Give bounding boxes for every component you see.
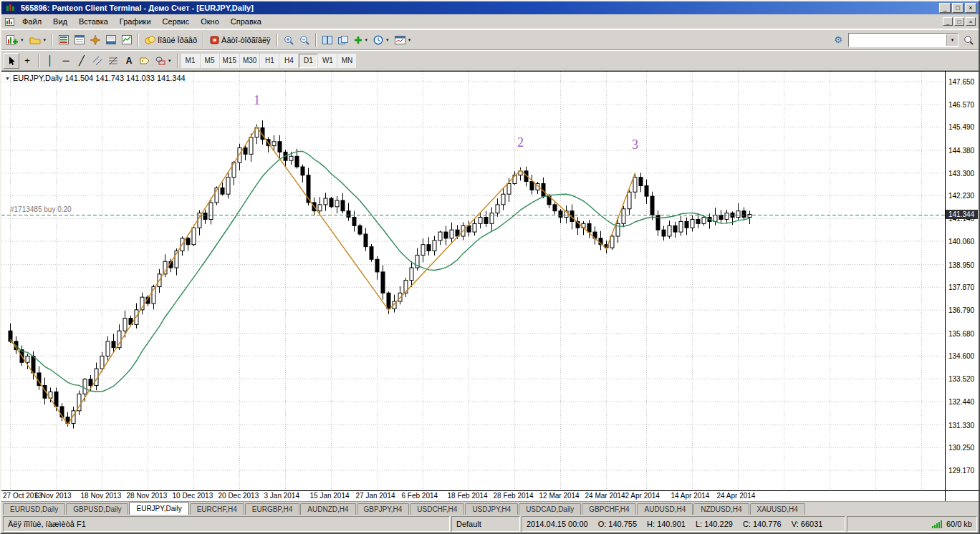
price-tick: 133.520 — [948, 375, 974, 383]
timeframe-button-h4[interactable]: H4 — [279, 54, 298, 68]
search-dropdown-button[interactable]: ▾ — [946, 34, 958, 46]
title-bar[interactable]: 565896: Panteon Client Terminal - Демо С… — [1, 1, 979, 14]
maximize-button[interactable]: □ — [952, 3, 964, 13]
child-restore-button[interactable]: □ — [954, 17, 964, 26]
menu-item-5[interactable]: Окно — [195, 16, 225, 27]
window-title: 565896: Panteon Client Terminal - Демо С… — [21, 4, 254, 12]
timeframe-button-m1[interactable]: M1 — [181, 54, 200, 68]
minimize-icon: _ — [943, 4, 946, 11]
menu-item-2[interactable]: Вставка — [73, 16, 114, 27]
app-window: 565896: Panteon Client Terminal - Демо С… — [0, 0, 980, 534]
zoom-out-button[interactable] — [297, 32, 312, 48]
trendline-icon: ╱ — [79, 56, 85, 65]
date-tick: 24 Apr 2014 — [717, 492, 756, 500]
data-window-button[interactable] — [72, 32, 87, 48]
profiles-button[interactable]: ▾ — [27, 32, 49, 48]
horizontal-line-button[interactable]: ─ — [58, 53, 74, 69]
traffic-counter: 60/0 kb — [946, 520, 972, 528]
menu-item-3[interactable]: Графики — [114, 16, 157, 27]
timeframe-button-h1[interactable]: H1 — [260, 54, 279, 68]
autotrading-button[interactable]: Àâòî-òîðãîâëÿ — [207, 32, 274, 48]
chart-tab-eurusd-daily[interactable]: EURUSD,Daily — [3, 503, 65, 515]
bar-high: H: 140.901 — [647, 520, 686, 528]
zoom-in-button[interactable] — [281, 32, 297, 48]
status-help-text: Äëÿ ïîìîùè, íàæìèòå F1 — [8, 520, 86, 528]
menu-item-4[interactable]: Сервис — [157, 16, 196, 27]
chart-tab-eurgbp-h4[interactable]: EURGBP,H4 — [245, 503, 300, 515]
indicators-button[interactable]: ▾ — [351, 32, 371, 48]
chart-plot-area[interactable]: ▼ EURJPY,Daily 141.504 141.743 141.033 1… — [1, 72, 945, 490]
new-order-button[interactable]: Íîâûé Îðäåð — [142, 32, 200, 48]
market-watch-button[interactable] — [56, 32, 72, 48]
settings-button[interactable]: ⚙ — [830, 32, 846, 48]
menu-item-6[interactable]: Справка — [225, 16, 267, 27]
chart-tab-eurjpy-daily[interactable]: EURJPY,Daily — [129, 502, 188, 515]
strategy-tester-button[interactable] — [119, 32, 135, 48]
date-tick: 28 Nov 2013 — [127, 492, 168, 500]
text-button[interactable]: A — [121, 53, 137, 69]
chart-tab-gbpchf-h4[interactable]: GBPCHF,H4 — [582, 503, 636, 515]
chart-window: ▼ EURJPY,Daily 141.504 141.743 141.033 1… — [1, 71, 979, 501]
date-tick: 14 Apr 2014 — [671, 492, 710, 500]
tile-windows-icon — [322, 36, 332, 44]
chart-tab-gbpjpy-h4[interactable]: GBPJPY,H4 — [357, 503, 410, 515]
crosshair-button[interactable]: + — [19, 53, 35, 69]
profile-panel[interactable]: Default — [451, 516, 520, 532]
chart-tab-gbpusd-daily[interactable]: GBPUSD,Daily — [66, 503, 128, 515]
chart-tab-usdchf-h4[interactable]: USDCHF,H4 — [410, 503, 464, 515]
timeframe-button-m5[interactable]: M5 — [201, 54, 219, 68]
app-icon — [6, 4, 16, 12]
cascade-windows-button[interactable] — [335, 32, 351, 48]
fibonacci-button[interactable] — [105, 53, 121, 69]
search-combobox[interactable]: ▾ — [848, 33, 959, 47]
connection-panel[interactable]: 60/0 kb — [847, 516, 977, 532]
child-close-button[interactable]: × — [966, 17, 976, 26]
tile-windows-button[interactable] — [320, 32, 335, 48]
timeframe-button-m30[interactable]: M30 — [240, 54, 259, 68]
chart-tab-eurchf-h4[interactable]: EURCHF,H4 — [190, 503, 244, 515]
order-label: #1713485 buy 0.20 — [10, 205, 72, 213]
toolbar-separator — [315, 33, 317, 47]
new-chart-button[interactable]: ▾ — [4, 32, 27, 48]
arrows-shapes-button[interactable]: ▾ — [153, 53, 174, 69]
strategy-tester-icon — [122, 35, 132, 44]
timeframe-button-d1[interactable]: D1 — [299, 54, 317, 68]
maximize-icon: □ — [956, 4, 959, 11]
chart-tab-nzdusd-h4[interactable]: NZDUSD,H4 — [693, 503, 749, 515]
vertical-line-button[interactable]: │ — [42, 53, 58, 69]
price-tick: 136.790 — [948, 306, 974, 314]
minimize-button[interactable]: _ — [939, 3, 951, 13]
close-button[interactable]: × — [965, 3, 976, 13]
timeframe-button-m15[interactable]: M15 — [220, 54, 239, 68]
chart-tab-audusd-h4[interactable]: AUDUSD,H4 — [637, 503, 693, 515]
candlestick-chart: #1713485 buy 0.20123 — [1, 72, 945, 490]
timeframe-button-mn[interactable]: MN — [337, 54, 356, 68]
navigator-button[interactable] — [87, 32, 103, 48]
terminal-button[interactable] — [103, 32, 119, 48]
toolbar-separator — [203, 33, 204, 47]
chart-tab-usdjpy-h4[interactable]: USDJPY,H4 — [465, 503, 518, 515]
date-tick: 18 Nov 2013 — [81, 492, 122, 500]
time-axis[interactable]: 27 Oct 20136 Nov 201318 Nov 201328 Nov 2… — [1, 491, 945, 501]
navigator-icon — [90, 35, 100, 45]
chart-tab-xauusd-h4[interactable]: XAUUSD,H4 — [750, 503, 805, 515]
search-input[interactable] — [849, 34, 946, 46]
new-order-icon — [145, 36, 155, 44]
wave-label-2: 2 — [517, 135, 524, 150]
menu-item-0[interactable]: Файл — [16, 16, 47, 27]
price-axis[interactable]: 147.650146.570145.490144.380143.300142.2… — [945, 72, 979, 490]
templates-button[interactable]: ▾ — [392, 32, 414, 48]
equidistant-channel-button[interactable] — [90, 53, 105, 69]
search-button[interactable] — [961, 32, 976, 48]
child-minimize-button[interactable]: _ — [943, 17, 953, 26]
periods-button[interactable]: ▾ — [370, 32, 392, 48]
chart-tab-audnzd-h4[interactable]: AUDNZD,H4 — [300, 503, 355, 515]
chevron-down-icon: ▾ — [44, 37, 47, 43]
text-label-button[interactable] — [137, 53, 153, 69]
trendline-button[interactable]: ╱ — [74, 53, 90, 69]
chart-tab-usdcad-daily[interactable]: USDCAD,Daily — [519, 503, 581, 515]
menu-item-1[interactable]: Вид — [47, 16, 73, 27]
cursor-button[interactable] — [4, 53, 19, 69]
date-tick: 3 Jan 2014 — [264, 492, 300, 500]
timeframe-button-w1[interactable]: W1 — [318, 54, 337, 68]
